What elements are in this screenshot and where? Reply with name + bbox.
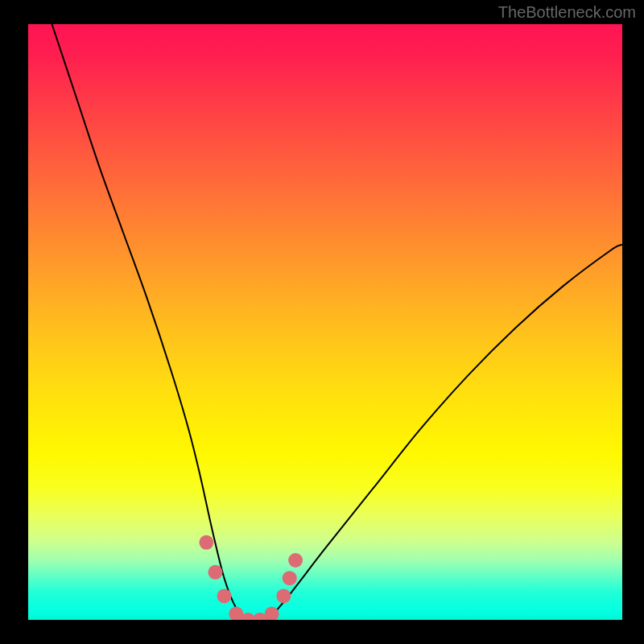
bottleneck-curve (52, 24, 622, 620)
marker-dot (199, 535, 213, 550)
marker-dot (288, 553, 303, 568)
plot-area (28, 24, 622, 620)
highlight-markers (199, 535, 303, 620)
marker-dot (265, 607, 279, 620)
chart-svg (28, 24, 622, 620)
watermark-text: TheBottleneck.com (498, 3, 636, 22)
marker-dot (276, 588, 291, 603)
marker-dot (208, 565, 222, 580)
marker-dot (217, 588, 232, 603)
marker-dot (283, 571, 297, 585)
